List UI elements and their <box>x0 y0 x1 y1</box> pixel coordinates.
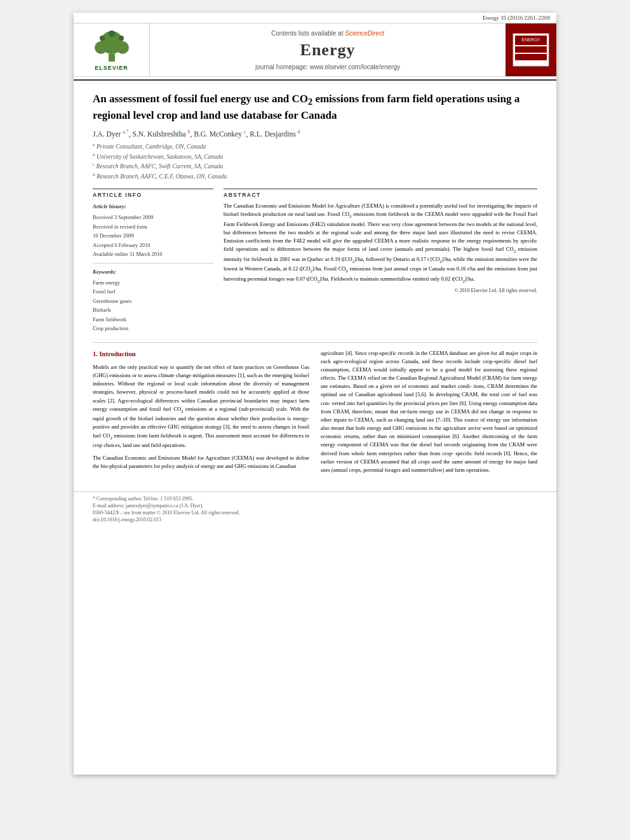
svg-rect-0 <box>109 54 115 62</box>
keyword-farm-fieldwork: Farm fieldwork <box>93 316 126 323</box>
journal-homepage: journal homepage: www.elsevier.com/locat… <box>255 63 400 70</box>
affil-d: d Research Branch, AAFC, C.E.F, Ottawa, … <box>93 173 227 180</box>
footer-doi: doi:10.1016/j.energy.2010.02.013 <box>93 517 537 523</box>
article-history-block: Article history: Received 3 September 20… <box>93 202 213 263</box>
svg-text:ENERGY: ENERGY <box>521 37 540 42</box>
intro-para-2: The Canadian Economic and Emissions Mode… <box>93 454 309 470</box>
journal-center: Contents lists available at ScienceDirec… <box>150 23 506 76</box>
keyword-crop-production: Crop production <box>93 325 128 331</box>
abstract-text: The Canadian Economic and Emissions Mode… <box>224 202 537 284</box>
copyright-line: © 2010 Elsevier Ltd. All rights reserved… <box>224 288 537 293</box>
accepted-date: Accepted 6 February 2010 <box>93 242 150 248</box>
body-col-left: 1. Introduction Models are the only prac… <box>93 349 309 479</box>
info-abstract-section: ARTICLE INFO Article history: Received 3… <box>93 189 537 333</box>
available-date: Available online 11 March 2010 <box>93 251 163 257</box>
contents-line: Contents lists available at ScienceDirec… <box>271 30 384 37</box>
intro-para-1: Models are the only practical way to qua… <box>93 363 309 450</box>
footer-issn: 0360-5442/$ – see front matter © 2010 El… <box>93 510 537 516</box>
article-info-col: ARTICLE INFO Article history: Received 3… <box>93 189 213 333</box>
svg-rect-9 <box>515 46 547 53</box>
affiliations: a Private Consultant, Cambridge, ON, Can… <box>93 142 537 181</box>
page-footer: * Corresponding author. Tel/fax: 1 519 6… <box>74 491 556 526</box>
article-content: An assessment of fossil fuel energy use … <box>74 81 556 491</box>
elsevier-logo-area: ELSEVIER <box>74 23 150 76</box>
footnote-corresponding: * Corresponding author. Tel/fax: 1 519 6… <box>93 496 537 502</box>
journal-ref-bar: Energy 35 (2010) 2261–2269 <box>74 13 556 23</box>
author-kulshreshtha: S.N. Kulshreshtha b, <box>133 130 192 138</box>
intro-para-3: agriculture [4]. Since crop-specific rec… <box>321 349 537 475</box>
journal-banner: ELSEVIER Contents lists available at Sci… <box>74 23 556 77</box>
elsevier-logo: ELSEVIER <box>90 29 134 71</box>
abstract-col: ABSTRACT The Canadian Economic and Emiss… <box>224 189 537 333</box>
elsevier-tree-icon <box>90 29 134 63</box>
affil-a: a Private Consultant, Cambridge, ON, Can… <box>93 143 206 150</box>
svg-point-3 <box>116 41 129 54</box>
journal-header: Energy 35 (2010) 2261–2269 <box>74 13 556 81</box>
page: Energy 35 (2010) 2261–2269 <box>74 13 556 775</box>
author-mcconkey: B.G. McConkey c, <box>194 130 248 138</box>
abstract-label: ABSTRACT <box>224 192 537 198</box>
contents-label: Contents lists available at <box>271 30 343 37</box>
svg-point-2 <box>95 41 107 54</box>
keyword-greenhouse: Greenhouse gases <box>93 298 131 304</box>
keyword-farm-energy: Farm energy <box>93 279 120 286</box>
author-dyer: J.A. Dyer a,*, <box>93 130 131 138</box>
article-title: An assessment of fossil fuel energy use … <box>93 92 537 123</box>
elsevier-brand-text: ELSEVIER <box>95 65 128 71</box>
affil-c: c Research Branch, AAFC, Swift Current, … <box>93 163 223 170</box>
journal-ref: Energy 35 (2010) 2261–2269 <box>483 15 550 21</box>
footnote-email: E-mail address: jamesdyer@sympatico.ca (… <box>93 503 537 509</box>
journal-right-logo: ENERGY <box>506 23 556 76</box>
journal-title: Energy <box>300 41 356 60</box>
svg-rect-10 <box>515 54 547 60</box>
history-label: Article history: <box>93 202 213 211</box>
keyword-fossil-fuel: Fossil fuel <box>93 288 116 295</box>
journal-emblem-icon: ENERGY <box>512 32 550 67</box>
keywords-block: Keywords: Farm energy Fossil fuel Greenh… <box>93 267 213 333</box>
keywords-label: Keywords: <box>93 267 213 276</box>
article-info-label: ARTICLE INFO <box>93 192 213 198</box>
keyword-biofuels: Biofuels <box>93 307 111 313</box>
revised-date: Received in revised form16 December 2009 <box>93 223 147 239</box>
svg-point-5 <box>119 36 124 41</box>
author-desjardins: R.L. Desjardins d <box>250 130 300 138</box>
sciencedirect-link[interactable]: ScienceDirect <box>345 30 384 37</box>
svg-point-6 <box>109 30 115 37</box>
section-divider <box>93 342 537 343</box>
affil-b: b University of Saskatchewan, Saskatoon,… <box>93 154 223 160</box>
authors-line: J.A. Dyer a,*, S.N. Kulshreshtha b, B.G.… <box>93 129 537 138</box>
svg-point-4 <box>100 36 105 41</box>
received-date: Received 3 September 2009 <box>93 214 154 220</box>
body-col-right: agriculture [4]. Since crop-specific rec… <box>321 349 537 479</box>
intro-heading: 1. Introduction <box>93 349 309 359</box>
body-section: 1. Introduction Models are the only prac… <box>93 349 537 479</box>
